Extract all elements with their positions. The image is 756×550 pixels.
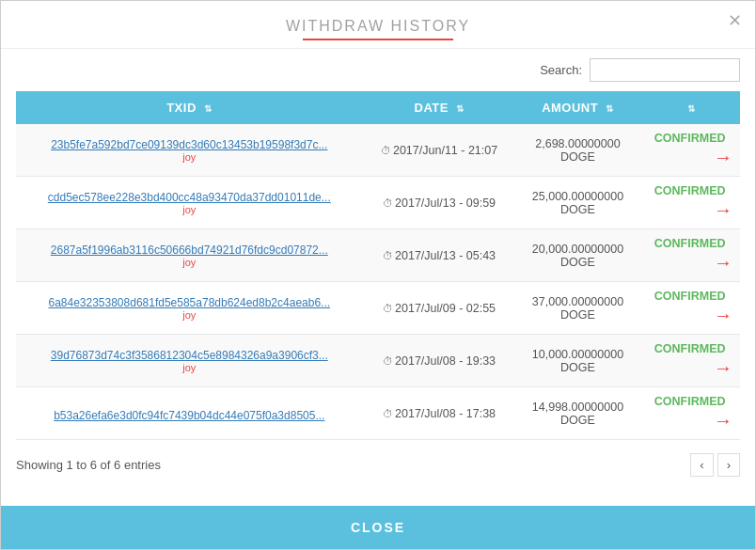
txid-link[interactable]: 23b5fe7a592bd7ce09139dc3d60c13453b19598f… bbox=[51, 138, 327, 151]
table-row: 2687a5f1996ab3116c50666bd74921d76fdc9cd0… bbox=[16, 229, 740, 282]
clock-icon: ⏱ bbox=[381, 145, 391, 156]
status-badge: CONFIRMED bbox=[654, 290, 726, 303]
txid-link[interactable]: 39d76873d74c3f3586812304c5e8984326a9a390… bbox=[51, 349, 328, 362]
prev-page-button[interactable]: ‹ bbox=[690, 453, 713, 477]
txid-cell: 2687a5f1996ab3116c50666bd74921d76fdc9cd0… bbox=[16, 229, 363, 282]
sort-icon-date: ⇅ bbox=[456, 103, 465, 114]
txid-cell: b53a26efa6e3d0fc94fc7439b04dc44e075f0a3d… bbox=[16, 387, 363, 440]
modal-close-button[interactable]: ✕ bbox=[728, 12, 742, 29]
user-label: joy bbox=[24, 151, 355, 163]
sort-icon-status: ⇅ bbox=[687, 103, 696, 114]
txid-link[interactable]: 6a84e32353808d681fd5e585a78db624ed8b2c4a… bbox=[48, 296, 330, 309]
clock-icon: ⏱ bbox=[383, 250, 393, 261]
arrow-icon: → bbox=[647, 252, 732, 274]
amount-cell: 14,998.00000000DOGE bbox=[516, 387, 640, 440]
modal-title: WITHDRAW HISTORY bbox=[286, 18, 470, 34]
user-label: joy bbox=[24, 309, 355, 321]
next-page-button[interactable]: › bbox=[717, 453, 740, 477]
table-row: 23b5fe7a592bd7ce09139dc3d60c13453b19598f… bbox=[16, 124, 740, 177]
status-cell: CONFIRMED→ bbox=[639, 177, 740, 229]
txid-link[interactable]: 2687a5f1996ab3116c50666bd74921d76fdc9cd0… bbox=[51, 244, 328, 257]
status-cell: CONFIRMED→ bbox=[639, 282, 740, 335]
date-cell: ⏱2017/Jul/13 - 09:59 bbox=[363, 177, 516, 229]
pagination-buttons: ‹ › bbox=[690, 453, 740, 477]
status-badge: CONFIRMED bbox=[654, 395, 726, 408]
status-badge: CONFIRMED bbox=[654, 132, 726, 145]
arrow-icon: → bbox=[647, 305, 732, 326]
title-underline bbox=[303, 39, 453, 40]
arrow-icon: → bbox=[647, 199, 732, 221]
close-footer-button[interactable]: CLOSE bbox=[14, 520, 742, 535]
amount-cell: 2,698.00000000DOGE bbox=[516, 124, 640, 177]
table-header: TXID ⇅ DATE ⇅ AMOUNT ⇅ ⇅ bbox=[16, 91, 740, 124]
modal-body: Search: TXID ⇅ DATE ⇅ AMOUNT ⇅ bbox=[1, 49, 755, 506]
date-cell: ⏱2017/Jul/13 - 05:43 bbox=[363, 229, 516, 282]
date-cell: ⏱2017/Jul/08 - 17:38 bbox=[363, 387, 516, 440]
search-bar: Search: bbox=[16, 58, 740, 82]
search-input[interactable] bbox=[590, 58, 740, 82]
arrow-icon: → bbox=[647, 410, 732, 432]
txid-link[interactable]: b53a26efa6e3d0fc94fc7439b04dc44e075f0a3d… bbox=[54, 409, 324, 422]
modal-footer[interactable]: CLOSE bbox=[1, 506, 755, 549]
table-row: 6a84e32353808d681fd5e585a78db624ed8b2c4a… bbox=[16, 282, 740, 335]
table-row: b53a26efa6e3d0fc94fc7439b04dc44e075f0a3d… bbox=[16, 387, 740, 440]
arrow-icon: → bbox=[647, 147, 732, 168]
user-label: joy bbox=[24, 257, 355, 268]
table-row: 39d76873d74c3f3586812304c5e8984326a9a390… bbox=[16, 335, 740, 387]
col-status: ⇅ bbox=[639, 91, 740, 124]
status-cell: CONFIRMED→ bbox=[639, 229, 740, 282]
user-label: joy bbox=[24, 204, 355, 215]
status-cell: CONFIRMED→ bbox=[639, 124, 740, 177]
status-cell: CONFIRMED→ bbox=[639, 387, 740, 440]
arrow-icon: → bbox=[647, 357, 732, 379]
col-date: DATE ⇅ bbox=[363, 91, 516, 124]
amount-cell: 37,000.00000000DOGE bbox=[516, 282, 640, 335]
date-cell: ⏱2017/Jul/08 - 19:33 bbox=[363, 335, 516, 387]
withdraw-history-modal: WITHDRAW HISTORY ✕ Search: TXID ⇅ DATE ⇅ bbox=[0, 0, 756, 550]
amount-cell: 20,000.00000000DOGE bbox=[516, 229, 640, 282]
date-cell: ⏱2017/Jun/11 - 21:07 bbox=[363, 124, 516, 177]
amount-cell: 10,000.00000000DOGE bbox=[516, 335, 640, 387]
col-amount: AMOUNT ⇅ bbox=[516, 91, 640, 124]
amount-cell: 25,000.00000000DOGE bbox=[516, 177, 640, 229]
status-badge: CONFIRMED bbox=[654, 342, 726, 355]
table-body: 23b5fe7a592bd7ce09139dc3d60c13453b19598f… bbox=[16, 124, 740, 440]
clock-icon: ⏱ bbox=[383, 303, 393, 314]
txid-cell: 23b5fe7a592bd7ce09139dc3d60c13453b19598f… bbox=[16, 124, 363, 177]
clock-icon: ⏱ bbox=[383, 355, 393, 367]
txid-cell: cdd5ec578ee228e3bd400cc48a93470da37dd010… bbox=[16, 177, 363, 229]
table-row: cdd5ec578ee228e3bd400cc48a93470da37dd010… bbox=[16, 177, 740, 229]
status-cell: CONFIRMED→ bbox=[639, 335, 740, 387]
sort-icon-amount: ⇅ bbox=[606, 103, 614, 114]
status-badge: CONFIRMED bbox=[654, 184, 726, 197]
user-label: joy bbox=[24, 362, 355, 373]
txid-cell: 39d76873d74c3f3586812304c5e8984326a9a390… bbox=[16, 335, 363, 387]
txid-cell: 6a84e32353808d681fd5e585a78db624ed8b2c4a… bbox=[16, 282, 363, 335]
col-txid: TXID ⇅ bbox=[16, 91, 363, 124]
sort-icon-txid: ⇅ bbox=[204, 103, 213, 114]
txid-link[interactable]: cdd5ec578ee228e3bd400cc48a93470da37dd010… bbox=[48, 191, 331, 204]
search-label: Search: bbox=[540, 63, 582, 77]
modal-header: WITHDRAW HISTORY ✕ bbox=[1, 1, 755, 49]
pagination-row: Showing 1 to 6 of 6 entries ‹ › bbox=[16, 449, 740, 480]
clock-icon: ⏱ bbox=[383, 197, 393, 209]
withdraw-table: TXID ⇅ DATE ⇅ AMOUNT ⇅ ⇅ bbox=[16, 91, 740, 440]
status-badge: CONFIRMED bbox=[654, 237, 726, 250]
clock-icon: ⏱ bbox=[383, 408, 393, 419]
date-cell: ⏱2017/Jul/09 - 02:55 bbox=[363, 282, 516, 335]
showing-text: Showing 1 to 6 of 6 entries bbox=[16, 458, 161, 472]
